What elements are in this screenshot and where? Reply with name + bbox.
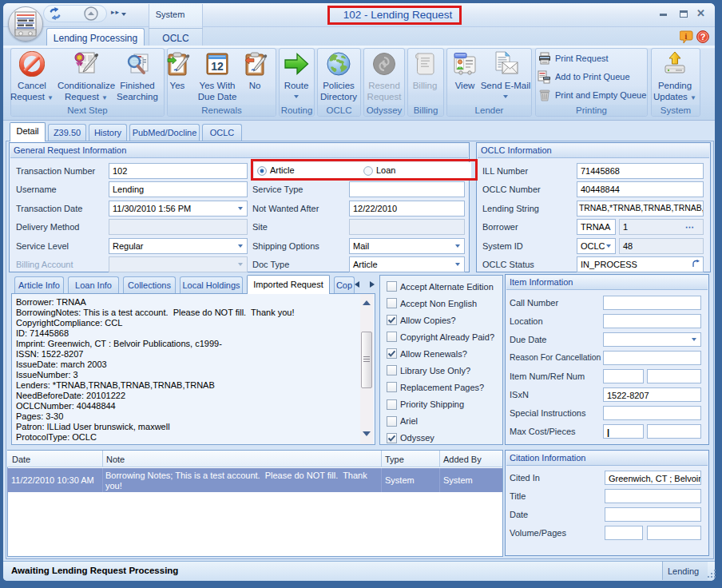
svg-text:i: i — [685, 32, 688, 41]
svg-text:?: ? — [700, 32, 706, 42]
svg-text:12: 12 — [211, 60, 224, 73]
